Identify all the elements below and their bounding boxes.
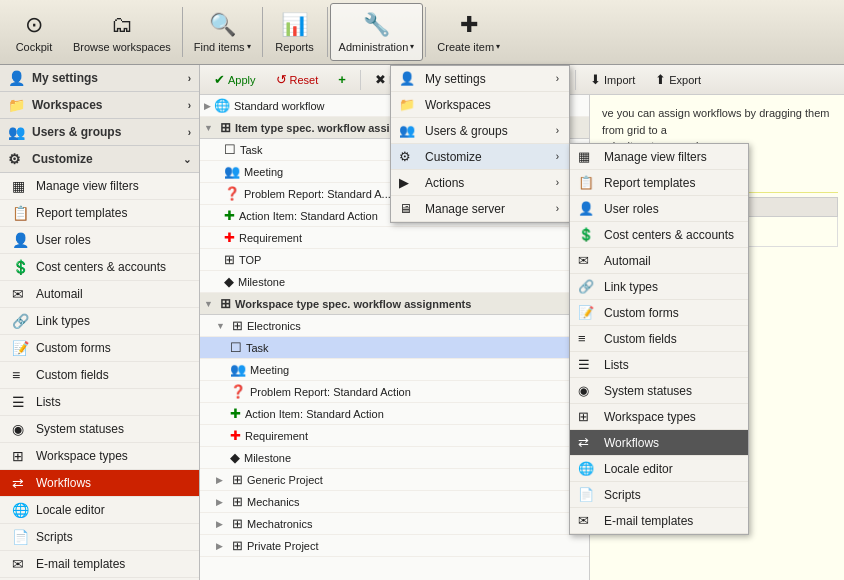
chevron-right-icon: › xyxy=(188,73,191,84)
tree-item-electronics[interactable]: ▼ ⊞ Electronics xyxy=(200,315,589,337)
submenu-item-email-templates[interactable]: ✉ E-mail templates xyxy=(570,508,748,534)
sub-forms-label: Custom forms xyxy=(604,306,679,320)
apply-label: Apply xyxy=(228,74,256,86)
e-meeting-label: Meeting xyxy=(250,364,289,376)
standard-workflow-label: Standard workflow xyxy=(234,100,325,112)
tree-item-mechanics[interactable]: ▶ ⊞ Mechanics xyxy=(200,491,589,513)
sidebar-item-workspace-types[interactable]: ⊞ Workspace types xyxy=(0,443,199,470)
submenu-item-user-roles[interactable]: 👤 User roles xyxy=(570,196,748,222)
e-meeting-icon: 👥 xyxy=(230,362,246,377)
tree-item-mechatronics[interactable]: ▶ ⊞ Mechatronics xyxy=(200,513,589,535)
sidebar-item-custom-forms[interactable]: 📝 Custom forms xyxy=(0,335,199,362)
tree-item-e-problem-report[interactable]: ❓ Problem Report: Standard Action xyxy=(200,381,589,403)
sidebar-item-my-settings[interactable]: 👤 My settings › xyxy=(0,65,199,92)
chevron-right-icon2: › xyxy=(556,125,559,136)
reports-button[interactable]: 📊 Reports xyxy=(265,3,325,61)
sub-link-icon: 🔗 xyxy=(578,279,598,294)
find-arrow-icon: ▾ xyxy=(247,42,251,51)
admin-button[interactable]: 🔧 Administration ▾ xyxy=(330,3,424,61)
sidebar-item-locale-editor[interactable]: 🌐 Locale editor xyxy=(0,497,199,524)
sidebar-item-scripts[interactable]: 📄 Scripts xyxy=(0,524,199,551)
tree-item-private-project[interactable]: ▶ ⊞ Private Project xyxy=(200,535,589,557)
sidebar-item-workflows[interactable]: ⇄ Workflows xyxy=(0,470,199,497)
submenu-item-automail[interactable]: ✉ Automail xyxy=(570,248,748,274)
users-groups-menu-label: Users & groups xyxy=(425,124,508,138)
sidebar-item-custom-fields[interactable]: ≡ Custom fields xyxy=(0,362,199,389)
workspaces-menu-icon: 📁 xyxy=(399,97,419,112)
tree-item-requirement[interactable]: ✚ Requirement ☑ xyxy=(200,227,589,249)
create-item-button[interactable]: ✚ Create item ▾ xyxy=(428,3,509,61)
submenu-item-manage-view-filters[interactable]: ▦ Manage view filters xyxy=(570,144,748,170)
server-menu-icon: 🖥 xyxy=(399,201,419,216)
sidebar-section-label: Users & groups xyxy=(32,125,121,139)
reset-label: Reset xyxy=(290,74,319,86)
submenu-item-workspace-types[interactable]: ⊞ Workspace types xyxy=(570,404,748,430)
submenu-item-system-statuses[interactable]: ◉ System statuses xyxy=(570,378,748,404)
submenu-item-custom-fields[interactable]: ≡ Custom fields xyxy=(570,326,748,352)
submenu-item-scripts[interactable]: 📄 Scripts xyxy=(570,482,748,508)
problem-report-icon: ❓ xyxy=(224,186,240,201)
toolbar-sep-1 xyxy=(182,7,183,57)
tree-item-e-action-item[interactable]: ✚ Action Item: Standard Action xyxy=(200,403,589,425)
tree-item-milestone[interactable]: ◆ Milestone xyxy=(200,271,589,293)
sidebar-item-lists[interactable]: ☰ Lists xyxy=(0,389,199,416)
menu-item-customize[interactable]: ⚙ Customize › ▦ Manage view filters 📋 Re… xyxy=(391,144,569,170)
toolbar-sep-4 xyxy=(425,7,426,57)
workflows-icon: ⇄ xyxy=(12,475,30,491)
tree-item-e-meeting[interactable]: 👥 Meeting xyxy=(200,359,589,381)
menu-item-manage-server[interactable]: 🖥 Manage server › xyxy=(391,196,569,222)
system-statuses-icon: ◉ xyxy=(12,421,30,437)
export-button[interactable]: ⬆ Export xyxy=(647,69,709,90)
sidebar-item-manage-view-filters[interactable]: ▦ Manage view filters xyxy=(0,173,199,200)
sidebar-item-customize[interactable]: ⚙ Customize ⌄ xyxy=(0,146,199,173)
actions-menu-label: Actions xyxy=(425,176,464,190)
tree-item-e-requirement[interactable]: ✚ Requirement xyxy=(200,425,589,447)
sidebar-item-cost-centers[interactable]: 💲 Cost centers & accounts xyxy=(0,254,199,281)
sidebar-item-report-templates[interactable]: 📋 Report templates xyxy=(0,200,199,227)
submenu-item-workflows[interactable]: ⇄ Workflows xyxy=(570,430,748,456)
sub-email-icon: ✉ xyxy=(578,513,598,528)
sidebar-item-automail[interactable]: ✉ Automail xyxy=(0,281,199,308)
tree-item-e-milestone[interactable]: ◆ Milestone xyxy=(200,447,589,469)
add-button[interactable]: + xyxy=(330,69,354,90)
reports-label: Reports xyxy=(275,41,314,53)
reset-button[interactable]: ↺ Reset xyxy=(268,69,327,90)
expand-icon: ▶ xyxy=(204,101,214,111)
tree-item-top[interactable]: ⊞ TOP xyxy=(200,249,589,271)
menu-item-workspaces[interactable]: 📁 Workspaces xyxy=(391,92,569,118)
sidebar-item-users-groups[interactable]: 👥 Users & groups › xyxy=(0,119,199,146)
menu-item-actions[interactable]: ▶ Actions › xyxy=(391,170,569,196)
menu-item-users-groups[interactable]: 👥 Users & groups › xyxy=(391,118,569,144)
sidebar-section-label: Workspaces xyxy=(32,98,102,112)
sidebar-item-workspaces[interactable]: 📁 Workspaces › xyxy=(0,92,199,119)
private-label: Private Project xyxy=(247,540,319,552)
sub-forms-icon: 📝 xyxy=(578,305,598,320)
apply-button[interactable]: ✔ Apply xyxy=(206,69,264,90)
electronics-icon: ⊞ xyxy=(232,318,243,333)
find-label-row: Find items ▾ xyxy=(194,41,251,53)
customize-icon: ⚙ xyxy=(8,151,26,167)
sidebar-item-email-templates[interactable]: ✉ E-mail templates xyxy=(0,551,199,578)
sub-roles-label: User roles xyxy=(604,202,659,216)
sidebar-item-system-statuses[interactable]: ◉ System statuses xyxy=(0,416,199,443)
menu-item-my-settings[interactable]: 👤 My settings › xyxy=(391,66,569,92)
submenu-item-custom-forms[interactable]: 📝 Custom forms xyxy=(570,300,748,326)
import-button[interactable]: ⬇ Import xyxy=(582,69,643,90)
requirement-label: Requirement xyxy=(239,232,302,244)
cockpit-button[interactable]: ⊙ Cockpit xyxy=(4,3,64,61)
submenu-item-cost-centers[interactable]: 💲 Cost centers & accounts xyxy=(570,222,748,248)
submenu-item-lists[interactable]: ☰ Lists xyxy=(570,352,748,378)
admin-label-row: Administration ▾ xyxy=(339,41,415,53)
tree-item-generic-project[interactable]: ▶ ⊞ Generic Project xyxy=(200,469,589,491)
sidebar-item-user-roles[interactable]: 👤 User roles xyxy=(0,227,199,254)
lists-icon: ☰ xyxy=(12,394,30,410)
browse-workspaces-button[interactable]: 🗂 Browse workspaces xyxy=(64,3,180,61)
submenu-item-report-templates[interactable]: 📋 Report templates xyxy=(570,170,748,196)
users-groups-menu-icon: 👥 xyxy=(399,123,419,138)
find-items-button[interactable]: 🔍 Find items ▾ xyxy=(185,3,260,61)
submenu-item-locale-editor[interactable]: 🌐 Locale editor xyxy=(570,456,748,482)
submenu-item-link-types[interactable]: 🔗 Link types xyxy=(570,274,748,300)
sidebar-item-link-types[interactable]: 🔗 Link types xyxy=(0,308,199,335)
sidebar-item-label: Custom forms xyxy=(36,341,111,355)
tree-item-e-task[interactable]: ☐ Task xyxy=(200,337,589,359)
